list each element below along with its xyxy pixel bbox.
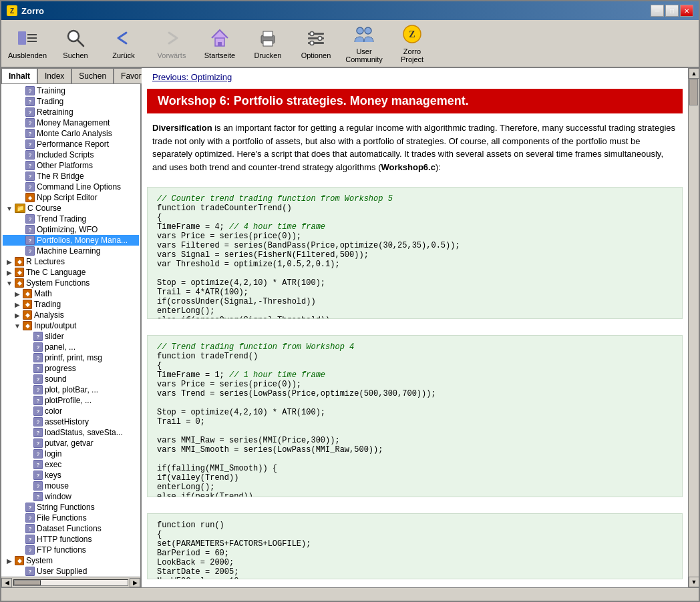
zorro-project-button[interactable]: Z Zorro Project	[389, 22, 435, 65]
tree-item-money-mgmt[interactable]: ? Money Management	[3, 117, 139, 128]
tree-item-trend-trading[interactable]: ? Trend Trading	[3, 214, 139, 224]
tree-item-trading-fn[interactable]: ▶ ◆ Trading	[3, 299, 139, 310]
tree-item-c-course[interactable]: ▼ 📁 C Course	[3, 203, 139, 214]
scroll-down-btn[interactable]: ▼	[689, 577, 699, 587]
tree-item-plot[interactable]: ? plot, plotBar, ...	[3, 384, 139, 395]
tree-scrollbar-h[interactable]: ◀ ▶	[1, 577, 140, 587]
tree-item-performance[interactable]: ? Performance Report	[3, 139, 139, 149]
tree-item-exec[interactable]: ? exec	[3, 459, 139, 470]
tree-item-npp-script[interactable]: ◆ Npp Script Editor	[3, 192, 139, 203]
code-line: vars MMI_Raw = series(MMI(Price,300));	[157, 436, 673, 445]
expand-icon	[23, 396, 33, 405]
main-window: Z Zorro ─ □ ✕ Ausblenden	[0, 0, 700, 602]
drucken-icon	[257, 27, 279, 49]
close-button[interactable]: ✕	[680, 5, 693, 17]
tree-item-r-bridge[interactable]: ? The R Bridge	[3, 171, 139, 182]
tree-item-assethistory[interactable]: ? assetHistory	[3, 416, 139, 427]
tree-item-monte-carlo[interactable]: ? Monte Carlo Analysis	[3, 128, 139, 139]
tree-item-sound[interactable]: ? sound	[3, 374, 139, 384]
item-icon: ?	[25, 150, 35, 160]
scroll-left-btn[interactable]: ◀	[1, 578, 12, 587]
tree-item-file-fn[interactable]: ? File Functions	[3, 513, 139, 523]
tree-item-keys[interactable]: ? keys	[3, 470, 139, 481]
item-label: Analysis	[34, 310, 64, 320]
prev-link[interactable]: Previous: Optimizing	[142, 68, 688, 86]
tree-item-r-lectures[interactable]: ▶ ◆ R Lectures	[3, 256, 139, 267]
tree-item-system-functions[interactable]: ▼ ◆ System Functions	[3, 278, 139, 288]
item-icon: ?	[33, 364, 43, 373]
tree-item-included[interactable]: ? Included Scripts	[3, 149, 139, 160]
tree-item-trading[interactable]: ? Trading	[3, 96, 139, 107]
main-area: Inhalt Index Suchen Favoriten ? Training…	[1, 68, 699, 587]
tree-item-color[interactable]: ? color	[3, 406, 139, 416]
code-line: vars Price = series(price(0));	[157, 380, 673, 389]
tree-item-analysis[interactable]: ▶ ◆ Analysis	[3, 310, 139, 320]
tree-item-loadstatus[interactable]: ? loadStatus, saveSta...	[3, 427, 139, 438]
scroll-right-btn[interactable]: ▶	[130, 578, 140, 587]
code-line: TimeFrame = 1; // 1 hour time frame	[157, 370, 673, 380]
tree-item-inputoutput[interactable]: ▼ ◆ Input/output	[3, 320, 139, 331]
tree-item-login[interactable]: ? login	[3, 448, 139, 459]
code-line: function tradeTrend()	[157, 352, 673, 361]
ausblenden-button[interactable]: Ausblenden	[4, 22, 51, 65]
item-icon: ?	[25, 129, 35, 138]
content-panel: Previous: Optimizing Workshop 6: Portfol…	[142, 68, 688, 587]
user-community-button[interactable]: User Community	[341, 22, 387, 65]
tree-item-system[interactable]: ▶ ◆ System	[3, 555, 139, 566]
scroll-up-btn[interactable]: ▲	[689, 68, 699, 79]
expand-icon	[23, 449, 33, 459]
optionen-button[interactable]: Optionen	[293, 22, 339, 65]
vorwarts-label: Vorwärts	[158, 51, 186, 59]
tree-item-progress[interactable]: ? progress	[3, 363, 139, 374]
expand-icon	[15, 513, 25, 523]
item-icon: ?	[25, 139, 35, 149]
tree-item-optimizing-wfo[interactable]: ? Optimizing, WFO	[3, 224, 139, 235]
tab-index[interactable]: Index	[37, 68, 71, 83]
item-icon: ?	[25, 246, 35, 256]
tree-item-c-language[interactable]: ▶ ◆ The C Language	[3, 267, 139, 278]
tree-item-training[interactable]: ? Training	[3, 85, 139, 96]
tree-item-slider[interactable]: ? slider	[3, 331, 139, 342]
expand-icon	[23, 374, 33, 384]
vorwarts-button[interactable]: Vorwärts	[148, 22, 195, 65]
tree-item-putvar[interactable]: ? putvar, getvar	[3, 438, 139, 448]
code-line: Trail = 0;	[157, 417, 673, 426]
startseite-button[interactable]: Startseite	[196, 22, 243, 65]
tree-item-portfolios[interactable]: ? Portfolios, Money Mana...	[3, 235, 139, 246]
item-icon: ?	[33, 342, 43, 352]
code-line: {	[157, 530, 673, 539]
expand-icon	[15, 225, 25, 234]
content-wrapper: Previous: Optimizing Workshop 6: Portfol…	[142, 68, 699, 587]
suchen-button[interactable]: Suchen	[52, 22, 99, 65]
content-body: Diversification is an important factor f…	[142, 116, 688, 179]
tree-item-machine-learning[interactable]: ? Machine Learning	[3, 246, 139, 256]
content-scrollbar-v[interactable]: ▲ ▼	[688, 68, 699, 587]
tab-suchen[interactable]: Suchen	[71, 68, 114, 83]
tree-item-mouse[interactable]: ? mouse	[3, 481, 139, 491]
drucken-button[interactable]: Drucken	[244, 22, 291, 65]
tree-item-plotprofile[interactable]: ? plotProfile, ...	[3, 395, 139, 406]
tree-item-user-supplied[interactable]: ? User Supplied	[3, 566, 139, 577]
maximize-button[interactable]: □	[665, 5, 679, 17]
svg-rect-1	[27, 34, 37, 35]
tree-item-cmd-options[interactable]: ? Command Line Options	[3, 182, 139, 192]
item-label: putvar, getvar	[45, 438, 94, 448]
code-line: BarPeriod = 60;	[157, 549, 673, 558]
item-icon: ?	[33, 374, 43, 384]
tree-item-printf[interactable]: ? printf, print, msg	[3, 352, 139, 363]
tree-item-ftp-fn[interactable]: ? FTP functions	[3, 545, 139, 555]
minimize-button[interactable]: ─	[651, 5, 664, 17]
tree-item-string-fn[interactable]: ? String Functions	[3, 502, 139, 513]
tree-item-http-fn[interactable]: ? HTTP functions	[3, 534, 139, 545]
expand-icon: ▶	[12, 300, 23, 309]
tree-item-window[interactable]: ? window	[3, 491, 139, 502]
tree-item-math[interactable]: ▶ ◆ Math	[3, 288, 139, 299]
tree-item-other-platforms[interactable]: ? Other Platforms	[3, 160, 139, 171]
item-label: loadStatus, saveSta...	[45, 428, 123, 437]
tree-item-panel[interactable]: ? panel, ...	[3, 342, 139, 352]
tree-item-dataset-fn[interactable]: ? Dataset Functions	[3, 523, 139, 534]
zuruck-button[interactable]: Zurück	[100, 22, 147, 65]
expand-icon	[23, 364, 33, 373]
tree-item-retraining[interactable]: ? Retraining	[3, 107, 139, 117]
tab-inhalt[interactable]: Inhalt	[1, 68, 37, 83]
